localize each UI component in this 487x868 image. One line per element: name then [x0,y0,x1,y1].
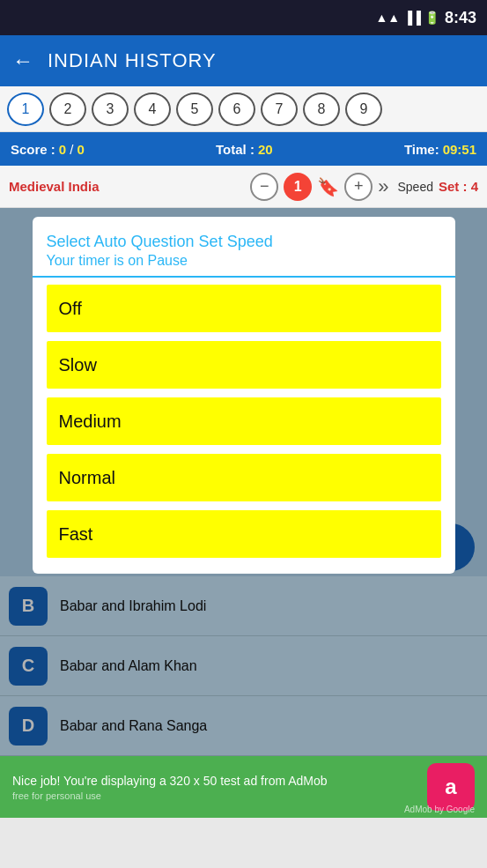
back-button[interactable]: ← [12,48,33,73]
signal-icon: ▐▐ [403,11,421,25]
status-time: 8:43 [445,9,476,27]
speed-option-off[interactable]: Off [47,285,441,332]
status-bar: ▲▲ ▐▐ 🔋 8:43 [0,0,487,35]
speed-label: Speed [398,180,433,194]
admob-label: AdMob by Google [404,805,475,814]
speed-option-normal-label: Normal [59,468,115,488]
score-val1: 0 [59,142,66,157]
num-tab-5[interactable]: 5 [176,93,213,126]
total-val: 20 [258,142,273,157]
plus-button[interactable]: + [344,173,373,201]
speed-option-fast-label: Fast [59,524,93,545]
num-tab-6[interactable]: 6 [218,93,255,126]
forward-arrows-icon: » [378,175,388,198]
ad-text: Nice job! You're displaying a 320 x 50 t… [12,773,417,801]
minus-button[interactable]: − [250,173,278,201]
speed-option-fast[interactable]: Fast [47,510,441,558]
dialog-title: Select Auto Question Set Speed [47,231,441,253]
speed-dialog: Select Auto Question Set Speed Your time… [33,217,455,574]
double-arrow-button[interactable]: » [378,175,388,198]
total-label: Total : [216,142,255,157]
ad-main-text: Nice job! You're displaying a 320 x 50 t… [12,773,417,790]
time-label: Time: [404,142,439,157]
score-sep: / [70,142,73,157]
app-bar: ← INDIAN HISTORY [0,35,487,86]
admob-icon: a [427,763,475,811]
time-section: Time: 09:51 [404,142,476,157]
question-number: 1 [284,173,312,201]
speed-option-normal[interactable]: Normal [47,454,441,501]
wifi-icon: ▲▲ [375,11,400,25]
speed-option-slow[interactable]: Slow [47,341,441,389]
score-val2: 0 [77,142,84,157]
speed-option-off-label: Off [59,299,82,319]
dialog-subtitle: Your timer is on Pause [47,253,441,269]
score-label: Score : [11,142,55,157]
dialog-overlay: Select Auto Question Set Speed Your time… [0,208,487,756]
num-tab-8[interactable]: 8 [303,93,340,126]
num-tab-3[interactable]: 3 [92,93,129,126]
score-section: Score : 0 / 0 [11,142,85,157]
num-tab-2[interactable]: 2 [49,93,86,126]
num-tab-7[interactable]: 7 [261,93,298,126]
score-row: Score : 0 / 0 Total : 20 Time: 09:51 [0,132,487,166]
watermark-text: free for personal use [12,790,417,801]
app-title: INDIAN HISTORY [48,49,217,72]
dialog-options: Off Slow Medium Normal Fast [33,278,455,565]
num-tab-1[interactable]: 1 [7,93,44,126]
controls-row: Medieval India − 1 🔖 + » Speed Set : 4 [0,166,487,208]
speed-option-medium-label: Medium [59,412,122,432]
speed-option-slow-label: Slow [59,355,97,375]
speed-option-medium[interactable]: Medium [47,397,441,445]
category-label: Medieval India [9,179,245,194]
battery-icon: 🔋 [424,11,439,25]
number-tabs-row: 1 2 3 4 5 6 7 8 9 [0,86,487,132]
time-val: 09:51 [443,142,476,157]
dialog-header: Select Auto Question Set Speed Your time… [33,217,455,278]
main-content: B Babar and Ibrahim Lodi C Babar and Ala… [0,208,487,756]
ad-banner: Nice job! You're displaying a 320 x 50 t… [0,756,487,818]
set-label: Set : 4 [439,179,478,194]
num-tab-9[interactable]: 9 [345,93,382,126]
status-icons: ▲▲ ▐▐ 🔋 [375,11,439,25]
num-tab-4[interactable]: 4 [134,93,171,126]
total-section: Total : 20 [216,142,273,157]
bookmark-icon[interactable]: 🔖 [317,176,339,197]
